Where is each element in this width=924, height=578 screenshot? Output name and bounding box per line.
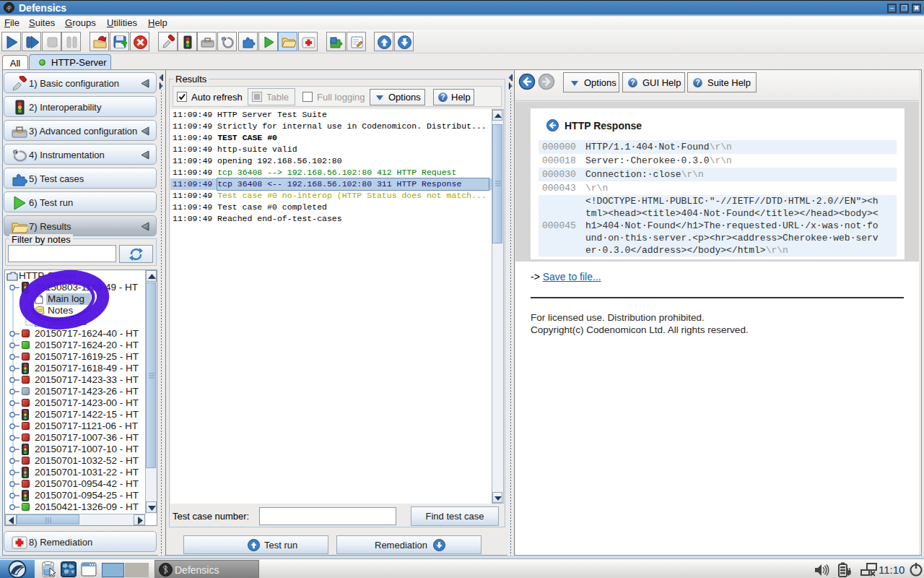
svg-text:@: @ [222, 35, 229, 43]
svg-text:@: @ [13, 148, 20, 156]
